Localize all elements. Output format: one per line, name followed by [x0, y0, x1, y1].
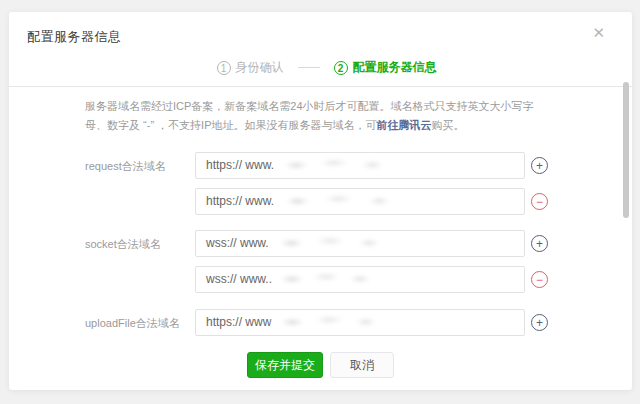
request-domain-input-2[interactable]: https:// www. [195, 188, 525, 215]
step-1-number-icon: 1 [217, 61, 231, 75]
remove-socket-domain-button[interactable]: − [531, 271, 548, 288]
minus-icon: − [536, 274, 543, 286]
socket-domain-value-2: wss:// www.. [206, 272, 272, 286]
add-socket-domain-button[interactable]: + [531, 235, 548, 252]
tencent-cloud-link[interactable]: 前往腾讯云 [377, 119, 432, 131]
server-domain-description: 服务器域名需经过ICP备案，新备案域名需24小时后才可配置。域名格式只支持英文大… [85, 97, 555, 135]
request-domain-value-2: https:// www. [206, 194, 274, 208]
censored-domain-blur [276, 194, 396, 206]
remove-request-domain-button[interactable]: − [531, 193, 548, 210]
configure-server-dialog: 配置服务器信息 ✕ 1 身份确认 2 配置服务器信息 服务器域名需经过ICP备案… [9, 12, 632, 390]
censored-domain-blur [276, 158, 388, 170]
step-indicator: 1 身份确认 2 配置服务器信息 [21, 59, 632, 76]
plus-icon: + [536, 317, 543, 329]
step-configure-server: 2 配置服务器信息 [334, 59, 437, 76]
add-uploadfile-domain-button[interactable]: + [531, 314, 548, 331]
dialog-header: 配置服务器信息 ✕ 1 身份确认 2 配置服务器信息 [9, 12, 632, 87]
description-text: 服务器域名需经过ICP备案，新备案域名需24小时后才可配置。域名格式只支持英文大… [85, 100, 534, 131]
description-suffix: 购买。 [432, 119, 465, 131]
request-domain-input-1[interactable]: https:// www. [195, 152, 525, 179]
field-label-uploadfile: uploadFile合法域名 [85, 316, 180, 331]
socket-domain-input-2[interactable]: wss:// www.. [195, 266, 525, 293]
censored-domain-blur [274, 272, 374, 284]
minus-icon: − [536, 196, 543, 208]
field-label-request: request合法域名 [85, 159, 166, 174]
censored-domain-blur [273, 315, 381, 327]
uploadfile-domain-value-1: https:// www [206, 315, 271, 329]
field-label-socket: socket合法域名 [85, 237, 161, 252]
uploadfile-domain-input-1[interactable]: https:// www [195, 309, 525, 336]
step-2-number-icon: 2 [334, 61, 348, 75]
step-1-label: 身份确认 [236, 59, 284, 76]
socket-domain-value-1: wss:// www. [206, 236, 269, 250]
step-identity-confirm: 1 身份确认 [217, 59, 284, 76]
censored-domain-blur [271, 236, 385, 248]
plus-icon: + [536, 238, 543, 250]
plus-icon: + [536, 160, 543, 172]
add-request-domain-button[interactable]: + [531, 157, 548, 174]
socket-domain-input-1[interactable]: wss:// www. [195, 230, 525, 257]
close-icon[interactable]: ✕ [592, 25, 605, 40]
dialog-title: 配置服务器信息 [27, 28, 122, 46]
step-2-label: 配置服务器信息 [353, 59, 437, 76]
scrollbar-thumb[interactable] [623, 82, 629, 218]
request-domain-value-1: https:// www. [206, 158, 274, 172]
step-separator [298, 67, 320, 68]
save-submit-button[interactable]: 保存并提交 [247, 352, 323, 378]
dialog-actions: 保存并提交 取消 [9, 352, 632, 378]
cancel-button[interactable]: 取消 [330, 352, 394, 378]
